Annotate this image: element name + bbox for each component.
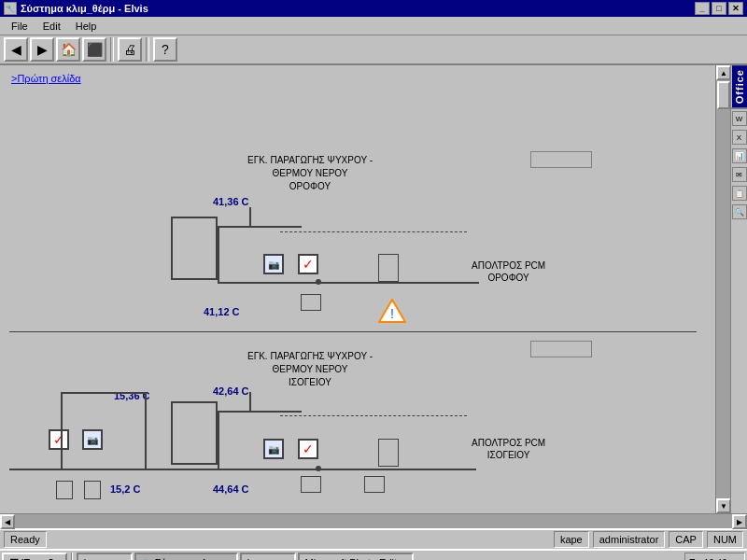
taskbar-sep xyxy=(71,553,73,560)
h-scrollbar: ◀ ▶ xyxy=(0,513,747,528)
menu-file[interactable]: File xyxy=(4,19,35,34)
toolbar-home[interactable]: 🏠 xyxy=(56,37,80,62)
pipe-dashed1 xyxy=(280,231,467,232)
temp6-label: 44,64 C xyxy=(213,483,249,495)
office-icon-chart[interactable]: 📊 xyxy=(732,148,747,163)
menu-help[interactable]: Help xyxy=(68,19,105,34)
menu-edit[interactable]: Edit xyxy=(35,19,68,34)
scroll-right-button[interactable]: ▶ xyxy=(732,514,747,529)
pipe-v4 xyxy=(249,392,251,411)
top-small-box2 xyxy=(301,294,321,311)
pipe-v6 xyxy=(61,392,63,469)
office-icon-word[interactable]: W xyxy=(732,111,747,126)
v-scrollbar: ▲ ▼ xyxy=(715,65,730,513)
title-bar: 🔧 Σύστημα κλιμ_θέρμ - Elvis _ □ ✕ xyxy=(0,0,747,17)
temp1-label: 41,36 C xyxy=(213,196,249,207)
pipe-v1 xyxy=(218,226,219,282)
pipe-h2 xyxy=(218,282,479,284)
main-area: >Πρώτη σελίδα ΕΓΚ. ΠΑΡΑΓΩΓΗΣ ΨΥΧΡΟΥ - ΘΕ… xyxy=(0,65,747,513)
bottom-small-box5 xyxy=(84,481,101,499)
diagram: >Πρώτη σελίδα ΕΓΚ. ΠΑΡΑΓΩΓΗΣ ΨΥΧΡΟΥ - ΘΕ… xyxy=(0,65,715,513)
taskbar: ⊞ Έναρξη kape 🔧 Σύστημα κλιμ_... Log Mic… xyxy=(0,549,747,560)
pipe-h5 xyxy=(61,392,145,394)
canvas-area: >Πρώτη σελίδα ΕΓΚ. ΠΑΡΑΓΩΓΗΣ ΨΥΧΡΟΥ - ΘΕ… xyxy=(0,65,715,513)
scroll-track xyxy=(716,80,730,498)
breadcrumb-link[interactable]: >Πρώτη σελίδα xyxy=(11,73,81,84)
toolbar: ◀ ▶ 🏠 ⬛ 🖨 ? xyxy=(0,35,747,65)
temp3-label: 42,64 C xyxy=(213,385,249,397)
scroll-thumb[interactable] xyxy=(717,81,730,109)
status-cap: CAP xyxy=(669,531,703,548)
bottom-small-box1 xyxy=(378,439,399,467)
start-button[interactable]: ⊞ Έναρξη xyxy=(2,553,67,560)
bottom-small-box3 xyxy=(364,476,385,493)
status-kape: kape xyxy=(554,531,589,548)
toolbar-forward[interactable]: ▶ xyxy=(30,37,54,62)
scroll-up-button[interactable]: ▲ xyxy=(716,65,731,80)
bottom-left-checkbox[interactable]: ✓ xyxy=(49,429,69,450)
bottom-section-label: ΕΓΚ. ΠΑΡΑΓΩΓΗΣ ΨΥΧΡΟΥ - ΘΕΡΜΟΥ ΝΕΡΟΥ ΙΣΟ… xyxy=(247,350,373,389)
pipe-v2 xyxy=(249,207,251,226)
maximize-button[interactable]: □ xyxy=(712,2,726,15)
bottom-unit-box xyxy=(171,401,218,465)
office-icon-mail[interactable]: ✉ xyxy=(732,167,747,182)
status-ready: Ready xyxy=(4,531,47,548)
menu-bar: File Edit Help xyxy=(0,17,747,35)
scroll-down-button[interactable]: ▼ xyxy=(716,498,731,513)
window-title: Σύστημα κλιμ_θέρμ - Elvis xyxy=(21,3,148,14)
toolbar-help[interactable]: ? xyxy=(153,37,177,62)
temp5-label: 15,2 C xyxy=(110,483,140,495)
windows-logo: ⊞ xyxy=(9,556,19,560)
pipe-h3 xyxy=(218,411,302,413)
top-dot xyxy=(316,279,321,285)
window-icon: 🔧 xyxy=(4,2,17,15)
temp2-label: 41,12 C xyxy=(204,306,240,317)
office-icon-excel[interactable]: X xyxy=(732,130,747,145)
taskbar-btn-system[interactable]: 🔧 Σύστημα κλιμ_... xyxy=(134,553,238,560)
top-right-box xyxy=(530,151,592,168)
warning-icon: ! xyxy=(378,299,406,323)
top-right-label: ΑΠΟΛΤΡΟΣ PCM ΟΡΟΦΟΥ xyxy=(472,259,545,284)
bottom-left-image-icon[interactable]: 📷 xyxy=(82,429,103,450)
office-icon-clipboard[interactable]: 📋 xyxy=(732,186,747,201)
toolbar-refresh[interactable]: ⬛ xyxy=(82,37,106,62)
pipe-v5 xyxy=(145,392,147,469)
bottom-small-box4 xyxy=(56,481,73,499)
pipe-h1 xyxy=(218,226,302,228)
taskbar-btn-photo[interactable]: Microsoft Photo Editor xyxy=(298,553,414,560)
close-button[interactable]: ✕ xyxy=(728,2,743,15)
status-num: NUM xyxy=(707,531,743,548)
bottom-right-label: ΑΠΟΛΤΡΟΣ PCM ΙΣΟΓΕΙΟΥ xyxy=(472,437,545,461)
toolbar-separator2 xyxy=(146,37,149,62)
office-icon-search[interactable]: 🔍 xyxy=(732,204,747,219)
scroll-left-button[interactable]: ◀ xyxy=(0,514,15,529)
section-divider xyxy=(9,331,697,332)
bottom-dot xyxy=(316,466,321,471)
status-user: administrator xyxy=(593,531,666,548)
minimize-button[interactable]: _ xyxy=(695,2,710,15)
bottom-image-icon[interactable]: 📷 xyxy=(263,439,284,459)
top-section-label: ΕΓΚ. ΠΑΡΑΓΩΓΗΣ ΨΥΧΡΟΥ - ΘΕΡΜΟΥ ΝΕΡΟΥ ΟΡΟ… xyxy=(247,154,373,193)
office-bar: Office W X 📊 ✉ 📋 🔍 xyxy=(730,65,747,513)
office-divider xyxy=(731,107,747,109)
pipe-v3 xyxy=(218,411,219,469)
top-checkbox[interactable]: ✓ xyxy=(298,254,318,274)
top-image-icon[interactable]: 📷 xyxy=(263,254,284,274)
toolbar-separator xyxy=(110,37,114,62)
taskbar-btn-kape[interactable]: kape xyxy=(77,553,133,560)
bottom-right-box xyxy=(530,341,592,357)
taskbar-btn-log[interactable]: Log xyxy=(240,553,296,560)
system-tray: En 10:40 μμ xyxy=(684,553,745,560)
pipe-dashed2 xyxy=(280,415,467,416)
bottom-checkbox[interactable]: ✓ xyxy=(298,439,318,459)
bottom-small-box2 xyxy=(301,476,321,493)
toolbar-print[interactable]: 🖨 xyxy=(118,37,142,62)
h-scroll-track xyxy=(15,514,732,528)
pipe-h4 xyxy=(9,469,476,470)
svg-text:!: ! xyxy=(390,306,394,321)
office-label: Office xyxy=(732,65,747,107)
top-small-box1 xyxy=(378,254,399,282)
status-bar: Ready kape administrator CAP NUM xyxy=(0,528,747,549)
top-unit-box xyxy=(171,217,218,280)
toolbar-back[interactable]: ◀ xyxy=(4,37,28,62)
